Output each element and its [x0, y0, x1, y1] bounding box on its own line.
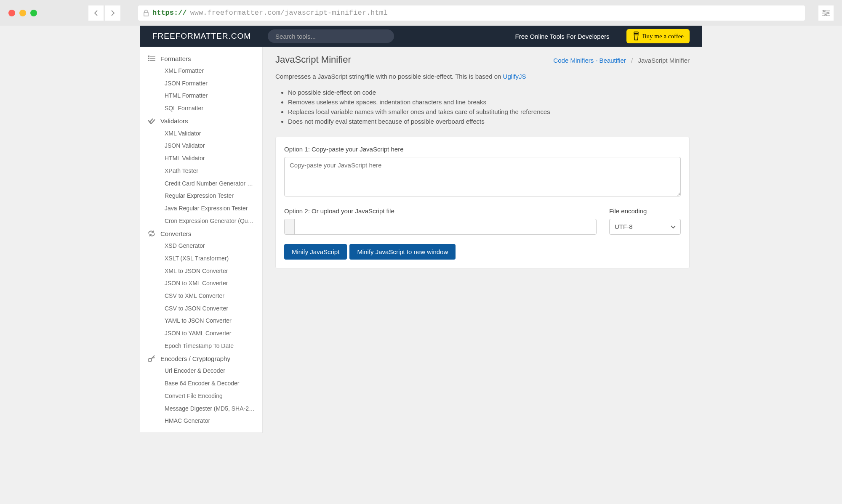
intro-prefix: Compresses a JavaScript string/file with…	[275, 73, 503, 80]
sidebar-item[interactable]: Epoch Timestamp To Date	[140, 340, 262, 353]
page-title: JavaScript Minifier	[275, 54, 351, 65]
breadcrumb-link[interactable]: Code Minifiers - Beautifier	[553, 57, 626, 64]
sidebar-item[interactable]: JSON to YAML Converter	[140, 327, 262, 340]
sidebar-item[interactable]: YAML to JSON Converter	[140, 315, 262, 327]
svg-rect-9	[150, 56, 155, 57]
close-window-icon[interactable]	[8, 10, 15, 16]
coffee-cup-icon	[632, 32, 640, 41]
browser-chrome: https://www.freeformatter.com/javascript…	[0, 0, 842, 26]
sidebar-category[interactable]: Converters	[140, 227, 262, 240]
sliders-icon	[822, 10, 830, 16]
browser-settings-button[interactable]	[818, 5, 834, 21]
lock-icon	[143, 10, 149, 16]
main-content: JavaScript Minifier Code Minifiers - Bea…	[275, 47, 702, 433]
breadcrumb-current: JavaScript Minifier	[638, 57, 690, 64]
sidebar-item[interactable]: HTML Formatter	[140, 90, 262, 102]
site-logo[interactable]: FREEFORMATTER.COM	[152, 32, 251, 41]
breadcrumb: Code Minifiers - Beautifier / JavaScript…	[553, 57, 690, 64]
category-label: Encoders / Cryptography	[160, 355, 230, 362]
option2-label: Option 2: Or upload your JavaScript file	[284, 207, 597, 215]
sidebar-item[interactable]: HTML Validator	[140, 152, 262, 165]
sidebar: FormattersXML FormatterJSON FormatterHTM…	[140, 47, 263, 433]
file-upload-input[interactable]	[284, 219, 597, 235]
form-card: Option 1: Copy-paste your JavaScript her…	[275, 137, 690, 268]
javascript-textarea[interactable]	[284, 157, 681, 196]
sidebar-item[interactable]: Credit Card Number Generator & V...	[140, 178, 262, 190]
minimize-window-icon[interactable]	[19, 10, 26, 16]
refresh-icon	[148, 230, 155, 237]
back-button[interactable]	[88, 5, 104, 21]
sidebar-item[interactable]: Java Regular Expression Tester	[140, 202, 262, 215]
svg-rect-8	[148, 56, 149, 57]
url-bar[interactable]: https://www.freeformatter.com/javascript…	[138, 5, 805, 21]
content-header: JavaScript Minifier Code Minifiers - Bea…	[275, 54, 690, 65]
svg-point-3	[827, 12, 829, 14]
feature-bullet: Does not modify eval statement because o…	[288, 117, 690, 126]
minify-new-window-button[interactable]: Minify JavaScript to new window	[349, 244, 456, 260]
encoding-label: File encoding	[609, 207, 681, 215]
key-icon	[148, 355, 155, 362]
sidebar-item[interactable]: CSV to XML Converter	[140, 290, 262, 302]
sidebar-item[interactable]: SQL Formatter	[140, 102, 262, 115]
svg-point-1	[823, 10, 825, 12]
sidebar-category[interactable]: Validators	[140, 115, 262, 127]
sidebar-item[interactable]: JSON Validator	[140, 140, 262, 152]
forward-button[interactable]	[105, 5, 120, 21]
feature-bullet: Removes useless white spaces, indentatio…	[288, 97, 690, 107]
sidebar-item[interactable]: XML to JSON Converter	[140, 265, 262, 278]
traffic-lights	[8, 10, 37, 16]
feature-bullet: Replaces local variable names with small…	[288, 107, 690, 117]
category-label: Formatters	[160, 55, 191, 62]
file-browse-button[interactable]	[285, 219, 295, 234]
maximize-window-icon[interactable]	[30, 10, 37, 16]
category-label: Validators	[160, 117, 188, 125]
svg-rect-13	[150, 60, 155, 61]
feature-bullet: No possible side-effect on code	[288, 88, 690, 97]
sidebar-item[interactable]: Base 64 Encoder & Decoder	[140, 377, 262, 390]
sidebar-item[interactable]: XPath Tester	[140, 165, 262, 178]
search-placeholder: Search tools...	[275, 33, 316, 40]
category-label: Converters	[160, 230, 191, 237]
chevron-right-icon	[110, 10, 115, 16]
encoding-select[interactable]: UTF-8	[609, 219, 681, 235]
nav-buttons	[88, 5, 120, 21]
svg-rect-6	[634, 32, 638, 33]
svg-point-5	[825, 14, 826, 16]
sidebar-item[interactable]: XSLT (XSL Transformer)	[140, 252, 262, 265]
sidebar-item[interactable]: Convert File Encoding	[140, 390, 262, 403]
sidebar-category[interactable]: Formatters	[140, 52, 262, 65]
check-icon	[148, 117, 155, 125]
url-path: www.freeformatter.com/javascript-minifie…	[190, 9, 388, 17]
buy-coffee-button[interactable]: Buy me a coffee	[626, 29, 690, 43]
breadcrumb-separator: /	[631, 57, 633, 64]
svg-rect-10	[148, 58, 149, 59]
sidebar-item[interactable]: JSON Formatter	[140, 77, 262, 90]
svg-rect-12	[148, 60, 149, 61]
list-icon	[148, 55, 155, 62]
sidebar-item[interactable]: Cron Expression Generator (Quartz)	[140, 215, 262, 228]
sidebar-item[interactable]: Regular Expression Tester	[140, 190, 262, 202]
sidebar-category[interactable]: Encoders / Cryptography	[140, 352, 262, 365]
sidebar-item[interactable]: XML Formatter	[140, 65, 262, 77]
sidebar-item[interactable]: Message Digester (MD5, SHA-256, ...	[140, 403, 262, 415]
sidebar-item[interactable]: XML Validator	[140, 127, 262, 140]
minify-button[interactable]: Minify JavaScript	[284, 244, 347, 260]
url-protocol: https://	[152, 9, 187, 17]
coffee-label: Buy me a coffee	[642, 33, 684, 40]
sidebar-item[interactable]: Url Encoder & Decoder	[140, 365, 262, 377]
option1-label: Option 1: Copy-paste your JavaScript her…	[284, 146, 681, 153]
search-input[interactable]: Search tools...	[268, 29, 394, 43]
file-path-display	[295, 219, 596, 234]
sidebar-item[interactable]: JSON to XML Converter	[140, 277, 262, 290]
sidebar-item[interactable]: CSV to JSON Converter	[140, 302, 262, 315]
chevron-left-icon	[93, 10, 99, 16]
feature-list: No possible side-effect on codeRemoves u…	[288, 88, 690, 127]
uglifyjs-link[interactable]: UglifyJS	[503, 73, 526, 80]
sidebar-item[interactable]: HMAC Generator	[140, 415, 262, 427]
svg-point-14	[148, 358, 152, 362]
svg-rect-11	[150, 58, 155, 59]
sidebar-item[interactable]: XSD Generator	[140, 240, 262, 252]
site-header: FREEFORMATTER.COM Search tools... Free O…	[140, 26, 702, 47]
intro-text: Compresses a JavaScript string/file with…	[275, 72, 690, 82]
tagline: Free Online Tools For Developers	[515, 33, 610, 40]
